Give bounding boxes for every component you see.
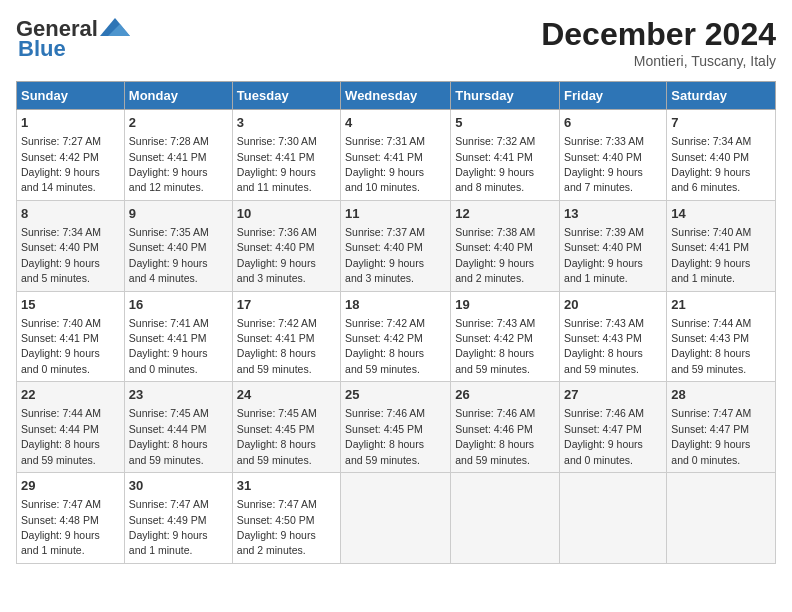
calendar-cell: 3Sunrise: 7:30 AM Sunset: 4:41 PM Daylig… bbox=[232, 110, 340, 201]
day-info: Sunrise: 7:33 AM Sunset: 4:40 PM Dayligh… bbox=[564, 135, 644, 193]
day-info: Sunrise: 7:38 AM Sunset: 4:40 PM Dayligh… bbox=[455, 226, 535, 284]
day-number: 15 bbox=[21, 296, 120, 314]
day-info: Sunrise: 7:47 AM Sunset: 4:48 PM Dayligh… bbox=[21, 498, 101, 556]
calendar-week-5: 29Sunrise: 7:47 AM Sunset: 4:48 PM Dayli… bbox=[17, 473, 776, 564]
col-header-monday: Monday bbox=[124, 82, 232, 110]
calendar-cell: 22Sunrise: 7:44 AM Sunset: 4:44 PM Dayli… bbox=[17, 382, 125, 473]
calendar-week-3: 15Sunrise: 7:40 AM Sunset: 4:41 PM Dayli… bbox=[17, 291, 776, 382]
day-number: 28 bbox=[671, 386, 771, 404]
day-number: 5 bbox=[455, 114, 555, 132]
calendar-cell: 13Sunrise: 7:39 AM Sunset: 4:40 PM Dayli… bbox=[560, 200, 667, 291]
calendar-cell: 15Sunrise: 7:40 AM Sunset: 4:41 PM Dayli… bbox=[17, 291, 125, 382]
col-header-wednesday: Wednesday bbox=[341, 82, 451, 110]
calendar-cell: 18Sunrise: 7:42 AM Sunset: 4:42 PM Dayli… bbox=[341, 291, 451, 382]
calendar-header-row: SundayMondayTuesdayWednesdayThursdayFrid… bbox=[17, 82, 776, 110]
day-number: 4 bbox=[345, 114, 446, 132]
title-block: December 2024 Montieri, Tuscany, Italy bbox=[541, 16, 776, 69]
day-info: Sunrise: 7:47 AM Sunset: 4:49 PM Dayligh… bbox=[129, 498, 209, 556]
day-info: Sunrise: 7:40 AM Sunset: 4:41 PM Dayligh… bbox=[21, 317, 101, 375]
day-number: 14 bbox=[671, 205, 771, 223]
calendar-cell: 30Sunrise: 7:47 AM Sunset: 4:49 PM Dayli… bbox=[124, 473, 232, 564]
day-number: 21 bbox=[671, 296, 771, 314]
day-number: 6 bbox=[564, 114, 662, 132]
day-number: 26 bbox=[455, 386, 555, 404]
day-info: Sunrise: 7:46 AM Sunset: 4:46 PM Dayligh… bbox=[455, 407, 535, 465]
day-info: Sunrise: 7:35 AM Sunset: 4:40 PM Dayligh… bbox=[129, 226, 209, 284]
col-header-thursday: Thursday bbox=[451, 82, 560, 110]
day-number: 20 bbox=[564, 296, 662, 314]
day-info: Sunrise: 7:43 AM Sunset: 4:43 PM Dayligh… bbox=[564, 317, 644, 375]
day-info: Sunrise: 7:31 AM Sunset: 4:41 PM Dayligh… bbox=[345, 135, 425, 193]
calendar-cell: 19Sunrise: 7:43 AM Sunset: 4:42 PM Dayli… bbox=[451, 291, 560, 382]
day-number: 19 bbox=[455, 296, 555, 314]
calendar-cell: 9Sunrise: 7:35 AM Sunset: 4:40 PM Daylig… bbox=[124, 200, 232, 291]
day-number: 12 bbox=[455, 205, 555, 223]
day-info: Sunrise: 7:32 AM Sunset: 4:41 PM Dayligh… bbox=[455, 135, 535, 193]
day-info: Sunrise: 7:41 AM Sunset: 4:41 PM Dayligh… bbox=[129, 317, 209, 375]
col-header-saturday: Saturday bbox=[667, 82, 776, 110]
col-header-tuesday: Tuesday bbox=[232, 82, 340, 110]
calendar-cell: 20Sunrise: 7:43 AM Sunset: 4:43 PM Dayli… bbox=[560, 291, 667, 382]
day-number: 1 bbox=[21, 114, 120, 132]
logo-text-blue: Blue bbox=[18, 36, 66, 62]
calendar-week-1: 1Sunrise: 7:27 AM Sunset: 4:42 PM Daylig… bbox=[17, 110, 776, 201]
day-number: 3 bbox=[237, 114, 336, 132]
day-number: 11 bbox=[345, 205, 446, 223]
calendar-cell: 17Sunrise: 7:42 AM Sunset: 4:41 PM Dayli… bbox=[232, 291, 340, 382]
calendar-cell: 8Sunrise: 7:34 AM Sunset: 4:40 PM Daylig… bbox=[17, 200, 125, 291]
day-info: Sunrise: 7:45 AM Sunset: 4:44 PM Dayligh… bbox=[129, 407, 209, 465]
calendar-cell: 24Sunrise: 7:45 AM Sunset: 4:45 PM Dayli… bbox=[232, 382, 340, 473]
calendar-cell: 10Sunrise: 7:36 AM Sunset: 4:40 PM Dayli… bbox=[232, 200, 340, 291]
day-number: 16 bbox=[129, 296, 228, 314]
calendar-cell: 26Sunrise: 7:46 AM Sunset: 4:46 PM Dayli… bbox=[451, 382, 560, 473]
calendar-cell bbox=[341, 473, 451, 564]
calendar-cell: 5Sunrise: 7:32 AM Sunset: 4:41 PM Daylig… bbox=[451, 110, 560, 201]
day-info: Sunrise: 7:42 AM Sunset: 4:41 PM Dayligh… bbox=[237, 317, 317, 375]
calendar-cell bbox=[667, 473, 776, 564]
day-number: 30 bbox=[129, 477, 228, 495]
day-info: Sunrise: 7:37 AM Sunset: 4:40 PM Dayligh… bbox=[345, 226, 425, 284]
calendar-week-4: 22Sunrise: 7:44 AM Sunset: 4:44 PM Dayli… bbox=[17, 382, 776, 473]
day-info: Sunrise: 7:39 AM Sunset: 4:40 PM Dayligh… bbox=[564, 226, 644, 284]
day-info: Sunrise: 7:27 AM Sunset: 4:42 PM Dayligh… bbox=[21, 135, 101, 193]
day-info: Sunrise: 7:46 AM Sunset: 4:45 PM Dayligh… bbox=[345, 407, 425, 465]
day-number: 13 bbox=[564, 205, 662, 223]
day-number: 17 bbox=[237, 296, 336, 314]
day-info: Sunrise: 7:47 AM Sunset: 4:47 PM Dayligh… bbox=[671, 407, 751, 465]
day-info: Sunrise: 7:44 AM Sunset: 4:44 PM Dayligh… bbox=[21, 407, 101, 465]
day-number: 29 bbox=[21, 477, 120, 495]
calendar-cell: 21Sunrise: 7:44 AM Sunset: 4:43 PM Dayli… bbox=[667, 291, 776, 382]
logo-icon bbox=[100, 16, 130, 38]
logo: General Blue bbox=[16, 16, 130, 62]
day-info: Sunrise: 7:34 AM Sunset: 4:40 PM Dayligh… bbox=[671, 135, 751, 193]
day-number: 27 bbox=[564, 386, 662, 404]
day-number: 25 bbox=[345, 386, 446, 404]
day-info: Sunrise: 7:46 AM Sunset: 4:47 PM Dayligh… bbox=[564, 407, 644, 465]
calendar-cell: 25Sunrise: 7:46 AM Sunset: 4:45 PM Dayli… bbox=[341, 382, 451, 473]
calendar-cell: 1Sunrise: 7:27 AM Sunset: 4:42 PM Daylig… bbox=[17, 110, 125, 201]
location-subtitle: Montieri, Tuscany, Italy bbox=[541, 53, 776, 69]
day-info: Sunrise: 7:36 AM Sunset: 4:40 PM Dayligh… bbox=[237, 226, 317, 284]
calendar-cell bbox=[560, 473, 667, 564]
calendar-cell: 28Sunrise: 7:47 AM Sunset: 4:47 PM Dayli… bbox=[667, 382, 776, 473]
calendar-cell: 12Sunrise: 7:38 AM Sunset: 4:40 PM Dayli… bbox=[451, 200, 560, 291]
calendar-cell: 29Sunrise: 7:47 AM Sunset: 4:48 PM Dayli… bbox=[17, 473, 125, 564]
day-number: 10 bbox=[237, 205, 336, 223]
col-header-sunday: Sunday bbox=[17, 82, 125, 110]
day-number: 31 bbox=[237, 477, 336, 495]
calendar-cell: 11Sunrise: 7:37 AM Sunset: 4:40 PM Dayli… bbox=[341, 200, 451, 291]
calendar-cell: 6Sunrise: 7:33 AM Sunset: 4:40 PM Daylig… bbox=[560, 110, 667, 201]
calendar-cell: 2Sunrise: 7:28 AM Sunset: 4:41 PM Daylig… bbox=[124, 110, 232, 201]
day-number: 22 bbox=[21, 386, 120, 404]
day-info: Sunrise: 7:40 AM Sunset: 4:41 PM Dayligh… bbox=[671, 226, 751, 284]
col-header-friday: Friday bbox=[560, 82, 667, 110]
calendar-cell: 7Sunrise: 7:34 AM Sunset: 4:40 PM Daylig… bbox=[667, 110, 776, 201]
day-number: 23 bbox=[129, 386, 228, 404]
day-info: Sunrise: 7:34 AM Sunset: 4:40 PM Dayligh… bbox=[21, 226, 101, 284]
calendar-week-2: 8Sunrise: 7:34 AM Sunset: 4:40 PM Daylig… bbox=[17, 200, 776, 291]
calendar-cell: 14Sunrise: 7:40 AM Sunset: 4:41 PM Dayli… bbox=[667, 200, 776, 291]
calendar-cell: 27Sunrise: 7:46 AM Sunset: 4:47 PM Dayli… bbox=[560, 382, 667, 473]
calendar-cell: 4Sunrise: 7:31 AM Sunset: 4:41 PM Daylig… bbox=[341, 110, 451, 201]
calendar-table: SundayMondayTuesdayWednesdayThursdayFrid… bbox=[16, 81, 776, 564]
day-number: 9 bbox=[129, 205, 228, 223]
